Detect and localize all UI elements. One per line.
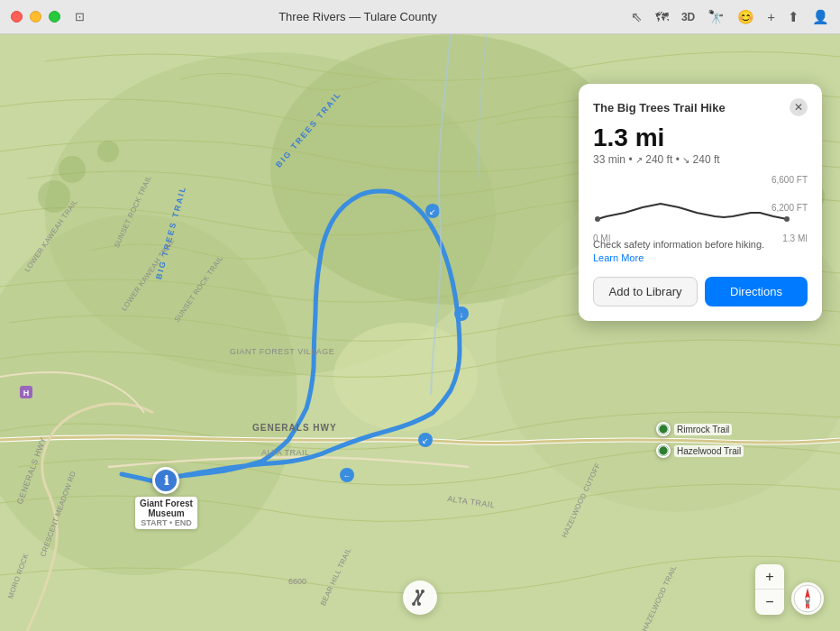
add-icon[interactable]: + bbox=[767, 9, 775, 24]
separator: • bbox=[628, 153, 635, 166]
svg-point-46 bbox=[415, 590, 419, 593]
maximize-button[interactable] bbox=[49, 11, 60, 23]
svg-text:↙: ↙ bbox=[422, 436, 429, 445]
zoom-out-button[interactable]: − bbox=[755, 590, 784, 615]
directions-button[interactable]: Directions bbox=[705, 277, 808, 306]
svg-point-47 bbox=[421, 590, 425, 593]
panel-header: The Big Trees Trail Hike ✕ bbox=[593, 98, 808, 116]
descent-icon: ↘ bbox=[682, 155, 689, 165]
window-icon: ⊡ bbox=[75, 10, 85, 23]
profile-icon[interactable]: 👤 bbox=[812, 9, 829, 25]
svg-text:ALTA TRAIL: ALTA TRAIL bbox=[261, 448, 310, 457]
svg-point-48 bbox=[412, 602, 415, 606]
toolbar: ⇖ 🗺 3D 🔭 😊 + ⬆ 👤 bbox=[631, 9, 829, 25]
svg-point-15 bbox=[97, 141, 119, 162]
navigation-icon[interactable]: ⇖ bbox=[631, 9, 643, 25]
zoom-in-button[interactable]: + bbox=[755, 564, 784, 590]
hazelwood-icon bbox=[656, 444, 671, 458]
hazelwood-trail-marker[interactable]: Hazelwood Trail bbox=[656, 444, 744, 458]
add-to-library-button[interactable]: Add to Library bbox=[593, 277, 698, 306]
svg-point-43 bbox=[659, 446, 669, 456]
elev-low-label: 6,200 FT bbox=[772, 203, 808, 213]
elevation-miles: 0 MI 1.3 MI bbox=[593, 233, 808, 243]
account-icon[interactable]: 😊 bbox=[737, 9, 754, 25]
compass-button[interactable]: N bbox=[791, 582, 824, 615]
panel-title: The Big Trees Trail Hike bbox=[593, 101, 726, 114]
titlebar: ⊡ Three Rivers — Tulare County ⇖ 🗺 3D 🔭 … bbox=[0, 0, 840, 34]
svg-point-14 bbox=[59, 156, 86, 183]
svg-point-49 bbox=[417, 602, 421, 606]
svg-point-45 bbox=[784, 216, 790, 222]
elev-high-label: 6,600 FT bbox=[772, 175, 808, 185]
svg-text:N: N bbox=[805, 603, 809, 609]
distance-details: 33 min • ↗ 240 ft • ↘ 240 ft bbox=[593, 153, 808, 166]
rimrock-trail-marker[interactable]: Rimrock Trail bbox=[656, 422, 732, 436]
window-title: Three Rivers — Tulare County bbox=[85, 10, 631, 23]
svg-text:↙: ↙ bbox=[429, 207, 436, 216]
ascent-label: 240 ft bbox=[645, 153, 672, 166]
svg-text:↓: ↓ bbox=[460, 310, 464, 319]
map-icon[interactable]: 🗺 bbox=[655, 9, 669, 24]
miles-end: 1.3 MI bbox=[782, 233, 808, 243]
rimrock-icon bbox=[656, 422, 671, 436]
elevation-chart: 6,600 FT 6,200 FT 0 MI 1.3 MI bbox=[593, 175, 808, 229]
ascent-icon: ↗ bbox=[635, 155, 643, 165]
zoom-controls: + − bbox=[755, 564, 784, 615]
svg-text:H: H bbox=[23, 389, 30, 398]
elevation-svg bbox=[593, 187, 800, 228]
route-icon-button[interactable] bbox=[403, 581, 437, 615]
learn-more-link[interactable]: Learn More bbox=[593, 252, 644, 263]
descent-label: 240 ft bbox=[693, 153, 720, 166]
svg-text:GIANT FOREST VILLAGE: GIANT FOREST VILLAGE bbox=[230, 347, 334, 356]
marker-circle: ℹ bbox=[152, 467, 179, 494]
info-panel: The Big Trees Trail Hike ✕ 1.3 mi 33 min… bbox=[579, 84, 822, 321]
close-button[interactable] bbox=[11, 11, 23, 23]
svg-point-42 bbox=[659, 425, 669, 434]
minimize-button[interactable] bbox=[30, 11, 41, 23]
svg-point-44 bbox=[595, 216, 600, 222]
3d-icon[interactable]: 3D bbox=[681, 11, 695, 23]
giant-forest-museum-marker[interactable]: ℹ Giant Forest Museum START • END bbox=[135, 467, 197, 529]
map[interactable]: ↙ ↓ ↙ ← GENERALS HWY ALTA TRAIL bbox=[0, 34, 840, 631]
rimrock-trail-label: Rimrock Trail bbox=[674, 424, 732, 435]
traffic-lights bbox=[11, 11, 60, 23]
svg-text:6600: 6600 bbox=[288, 577, 306, 586]
distance-main: 1.3 mi bbox=[593, 125, 808, 151]
svg-text:←: ← bbox=[343, 471, 352, 480]
marker-label: Giant Forest Museum START • END bbox=[135, 497, 197, 529]
hazelwood-trail-label: Hazelwood Trail bbox=[674, 445, 744, 457]
panel-buttons: Add to Library Directions bbox=[593, 277, 808, 306]
miles-start: 0 MI bbox=[593, 233, 610, 243]
panel-close-button[interactable]: ✕ bbox=[790, 98, 808, 116]
binoculars-icon[interactable]: 🔭 bbox=[708, 9, 725, 25]
share-icon[interactable]: ⬆ bbox=[788, 9, 799, 25]
svg-text:GENERALS HWY: GENERALS HWY bbox=[252, 423, 337, 433]
time-label: 33 min bbox=[593, 153, 625, 166]
